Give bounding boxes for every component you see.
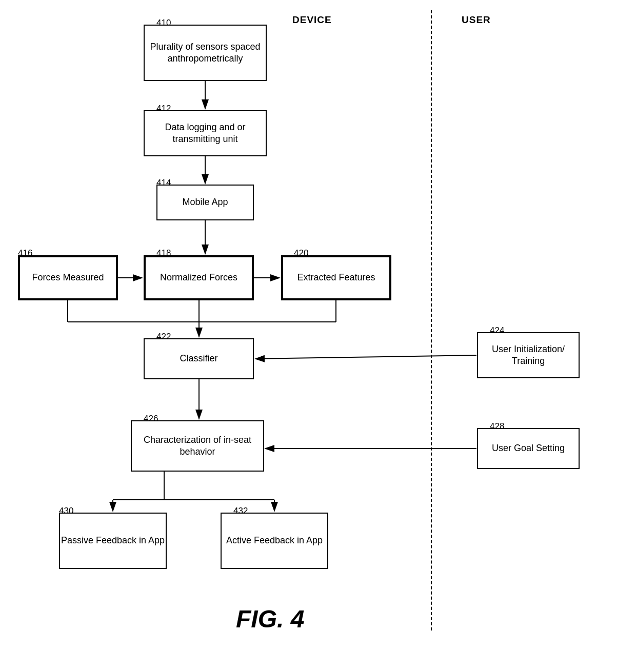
node-416: Forces Measured	[18, 255, 118, 300]
num-410: 410	[156, 18, 171, 28]
node-422: Classifier	[144, 338, 254, 379]
svg-line-13	[255, 355, 476, 359]
num-412: 412	[156, 104, 171, 114]
node-424: User Initialization/ Training	[477, 332, 580, 378]
node-410: Plurality of sensors spaced anthropometr…	[144, 25, 267, 81]
num-430: 430	[59, 506, 73, 516]
node-420: Extracted Features	[281, 255, 391, 300]
node-414: Mobile App	[156, 185, 254, 220]
num-416: 416	[18, 248, 32, 258]
user-label: USER	[462, 14, 491, 26]
node-430: Passive Feedback in App	[59, 513, 167, 569]
node-432: Active Feedback in App	[221, 513, 328, 569]
divider-line	[431, 10, 432, 630]
device-label: DEVICE	[292, 14, 332, 26]
node-418: Normalized Forces	[144, 255, 254, 300]
num-420: 420	[294, 248, 308, 258]
num-418: 418	[156, 248, 171, 258]
num-426: 426	[144, 414, 158, 424]
node-412: Data logging and or transmitting unit	[144, 110, 267, 156]
num-422: 422	[156, 332, 171, 342]
num-424: 424	[490, 325, 504, 336]
num-414: 414	[156, 178, 171, 188]
node-428: User Goal Setting	[477, 428, 580, 469]
num-428: 428	[490, 421, 504, 432]
diagram: DEVICE USER Plurality of sensors spaced …	[0, 0, 636, 672]
node-426: Characterization of in-seat behavior	[131, 420, 264, 472]
num-432: 432	[233, 506, 248, 516]
fig-label: FIG. 4	[236, 605, 304, 633]
